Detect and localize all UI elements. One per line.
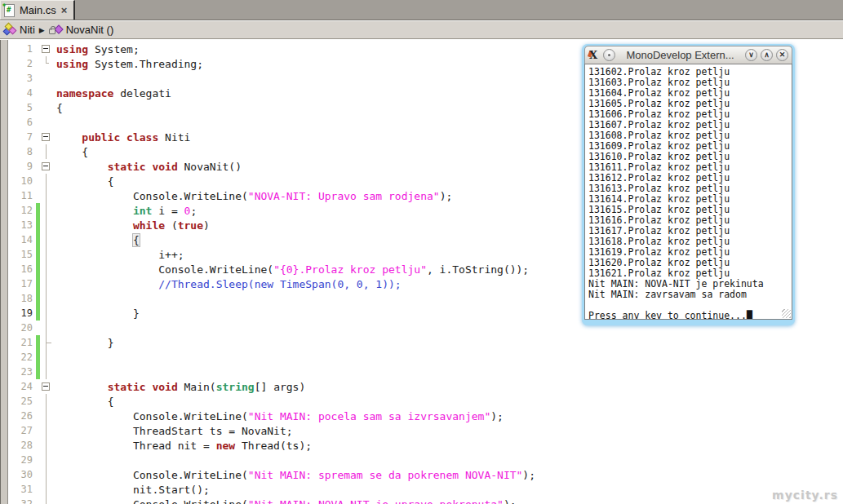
- line-number: 3: [9, 73, 36, 84]
- tab-label: Main.cs: [20, 4, 56, 16]
- code-text: ThreadStart ts = NovaNit;: [52, 425, 293, 437]
- fold-margin: [40, 42, 52, 56]
- code-line[interactable]: 31 nit.Start();: [9, 482, 843, 497]
- tab-main-cs[interactable]: Main.cs ×: [0, 0, 75, 20]
- fold-margin: [40, 276, 52, 291]
- fold-toggle-icon[interactable]: [42, 382, 50, 391]
- csharp-file-icon: [4, 4, 15, 17]
- code-line[interactable]: 27 ThreadStart ts = NovaNit;: [9, 423, 843, 438]
- line-number: 4: [9, 87, 36, 99]
- line-number: 7: [9, 131, 36, 143]
- code-text: while (true): [52, 219, 210, 232]
- fold-margin: [40, 174, 52, 188]
- fold-margin: [40, 350, 52, 365]
- code-line[interactable]: 32 Console.WriteLine("Nit MAIN: NOVA-NIT…: [9, 497, 843, 504]
- maximize-button[interactable]: ∧: [761, 49, 773, 61]
- fold-margin: [40, 394, 52, 409]
- breadcrumb-method-label: NovaNit (): [66, 24, 114, 36]
- code-line[interactable]: 24 static void Main(string[] args): [9, 379, 843, 394]
- console-window: MonoDevelop Extern... ∨ ∧ ✕ 131602.Prola…: [582, 44, 795, 325]
- line-number: 30: [9, 469, 36, 480]
- code-text: Console.WriteLine("Nit MAIN: pocela sam …: [52, 410, 504, 422]
- fold-margin: [40, 144, 52, 159]
- console-titlebar[interactable]: MonoDevelop Extern... ∨ ∧ ✕: [584, 46, 792, 64]
- fold-margin: [40, 262, 52, 276]
- console-line: Press any key to continue...█: [588, 311, 792, 320]
- line-number: 10: [9, 175, 36, 187]
- line-number: 5: [9, 102, 36, 113]
- fold-margin: [40, 306, 52, 321]
- code-text: //Thread.Sleep(new TimeSpan(0, 0, 1));: [52, 278, 402, 290]
- fold-toggle-icon[interactable]: [42, 133, 50, 141]
- code-line[interactable]: 25 {: [9, 394, 843, 409]
- code-text: using System;: [52, 43, 140, 55]
- console-title: MonoDevelop Extern...: [619, 49, 742, 61]
- code-text: {: [52, 102, 63, 114]
- code-text: Console.WriteLine("Nit MAIN: NOVA-NIT je…: [52, 498, 517, 504]
- code-text: nit.Start();: [52, 484, 210, 496]
- resize-grip-icon[interactable]: [782, 309, 791, 318]
- code-text: {: [52, 175, 113, 188]
- code-line[interactable]: 26 Console.WriteLine("Nit MAIN: pocela s…: [9, 409, 843, 423]
- line-number: 9: [9, 161, 36, 172]
- fold-margin: [40, 453, 52, 467]
- code-text: Console.WriteLine("Nit MAIN: spremam se …: [52, 469, 535, 481]
- code-text: static void Main(string[] args): [52, 381, 305, 393]
- code-line[interactable]: 28 Thread nit = new Thread(ts);: [9, 438, 843, 453]
- tab-bar: Main.cs ×: [0, 0, 843, 20]
- line-number: 14: [9, 234, 36, 245]
- fold-margin: [40, 71, 52, 86]
- fold-margin: [40, 497, 52, 504]
- fold-margin: [40, 232, 52, 247]
- window-menu-button[interactable]: [603, 49, 615, 61]
- breadcrumb-item-method[interactable]: NovaNit (): [47, 24, 116, 36]
- close-button[interactable]: ✕: [776, 49, 788, 61]
- code-text: {: [52, 146, 88, 158]
- fold-margin: [40, 438, 52, 453]
- fold-margin: [40, 115, 52, 130]
- code-line[interactable]: 30 Console.WriteLine("Nit MAIN: spremam …: [9, 467, 843, 482]
- line-number: 2: [9, 58, 36, 69]
- fold-margin: [40, 218, 52, 232]
- code-text: int i = 0;: [52, 205, 197, 217]
- line-number: 24: [9, 381, 36, 392]
- line-number: 11: [9, 190, 36, 201]
- fold-margin: [40, 188, 52, 203]
- tab-close-icon[interactable]: ×: [61, 5, 68, 15]
- line-number: 19: [9, 307, 36, 319]
- code-line[interactable]: 21 }: [9, 335, 843, 350]
- editor-left-margin: [0, 40, 8, 504]
- fold-margin: [40, 335, 52, 350]
- fold-margin: [40, 423, 52, 438]
- line-number: 18: [9, 293, 36, 304]
- code-line[interactable]: 29: [9, 453, 843, 467]
- fold-toggle-icon[interactable]: [42, 162, 50, 170]
- line-number: 21: [9, 337, 36, 348]
- line-number: 32: [9, 498, 36, 504]
- breadcrumb-class-label: Niti: [20, 24, 35, 36]
- line-number: 20: [9, 322, 36, 334]
- fold-margin: [40, 467, 52, 482]
- text-cursor: █: [747, 310, 752, 320]
- code-text: }: [52, 307, 140, 320]
- code-line[interactable]: 23: [9, 365, 843, 379]
- line-number: 16: [9, 263, 36, 275]
- fold-toggle-icon[interactable]: [42, 45, 50, 53]
- code-text: Console.WriteLine("{0}.Prolaz kroz petlj…: [52, 263, 529, 276]
- console-output[interactable]: 131602.Prolaz kroz petlju131603.Prolaz k…: [584, 64, 792, 320]
- watermark: mycity.rs: [772, 489, 838, 502]
- code-text: public class Niti: [52, 131, 190, 144]
- minimize-button[interactable]: ∨: [745, 49, 757, 61]
- class-icon: [4, 24, 17, 36]
- fold-margin: [40, 409, 52, 423]
- breadcrumb-item-class[interactable]: Niti: [2, 24, 37, 36]
- line-number: 29: [9, 454, 36, 466]
- code-text: static void NovaNit(): [52, 161, 242, 173]
- line-number: 6: [9, 117, 36, 128]
- fold-margin: [40, 86, 52, 100]
- line-number: 13: [9, 219, 36, 231]
- code-line[interactable]: 22: [9, 350, 843, 365]
- breadcrumb: Niti ▶ NovaNit (): [0, 21, 843, 39]
- fold-margin: [40, 100, 52, 115]
- line-number: 27: [9, 425, 36, 436]
